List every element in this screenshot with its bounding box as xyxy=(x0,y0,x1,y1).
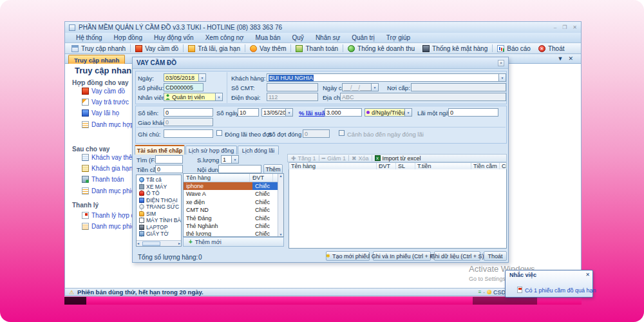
toolbar-quick-access[interactable]: Truy cập nhanh xyxy=(68,45,129,52)
list-row-selected[interactable]: iphoneChiếc xyxy=(184,182,283,190)
scroll-right-icon[interactable]: ► xyxy=(178,242,181,245)
menu-mua-ban[interactable]: Mua bán xyxy=(250,34,287,41)
minimize-button[interactable]: – xyxy=(554,24,556,30)
quantity-combobox[interactable]: 1▼ xyxy=(221,155,239,164)
scrollbar-thumb[interactable] xyxy=(142,242,160,246)
chevron-down-icon[interactable]: ▼ xyxy=(198,74,205,81)
toolbar-report[interactable]: Báo cáo xyxy=(493,45,535,52)
interest-due-alert-checkbox[interactable] xyxy=(339,130,345,136)
toolbar-pawn-loan[interactable]: Vay cầm đồ xyxy=(131,45,182,52)
tree-item-all[interactable]: Tất cả xyxy=(137,176,181,184)
vertical-scrollbar[interactable]: ▲▼ xyxy=(278,174,283,236)
address-field[interactable]: ABC xyxy=(340,93,506,101)
staff-combobox[interactable]: Quản trị viên▼ xyxy=(164,93,223,101)
id-number-field[interactable] xyxy=(267,83,318,91)
taskbar-app-segment[interactable] xyxy=(473,297,537,305)
list-row[interactable]: Wave AChiếc xyxy=(184,190,283,198)
menu-quy[interactable]: Quỹ xyxy=(287,34,310,41)
daily-interest-field[interactable]: 0 xyxy=(448,108,498,117)
dialog-close-icon[interactable]: ✕ xyxy=(498,60,504,66)
tree-item-laptop[interactable]: LAPTOP xyxy=(137,224,181,231)
toolbar-payment[interactable]: Thanh toán xyxy=(292,45,342,52)
sidebar-item-vay-lai-ho[interactable]: Vay lãi họ xyxy=(82,109,119,117)
menu-hop-dong[interactable]: Hợp đồng xyxy=(108,34,148,41)
grid-column-t-tien[interactable]: T.tiền xyxy=(415,163,471,169)
days-field[interactable]: 10 xyxy=(238,108,259,117)
column-ten-hang[interactable]: Tên hàng xyxy=(184,174,250,182)
taskbar[interactable] xyxy=(64,296,582,305)
save-print-button[interactable]: Ghi và In phiếu (Ctrl + P) xyxy=(373,251,431,261)
chevron-down-icon[interactable]: ▼ xyxy=(231,156,238,163)
sidebar-item-thanh-toan[interactable]: Thanh toán xyxy=(82,176,124,183)
grid-column-dvt[interactable]: ĐVT xyxy=(377,163,396,169)
scroll-up-icon[interactable]: ▲ xyxy=(279,174,283,178)
give-customer-field[interactable]: 0 xyxy=(164,118,213,126)
delete-button[interactable]: ✖Xóa xyxy=(352,155,369,162)
sidebar-item-khach-vay-them[interactable]: Khách vay thêm xyxy=(82,154,138,161)
tree-item-xe-may[interactable]: XE MÁY xyxy=(137,184,181,191)
scroll-down-icon[interactable]: ▼ xyxy=(279,232,283,236)
add-new-bar[interactable]: + Thêm mới xyxy=(183,237,284,247)
due-date-combobox[interactable]: 13/05/2018▼ xyxy=(261,108,293,117)
interest-unit-combobox[interactable]: d/Ngày/Triệu▼ xyxy=(365,108,412,117)
tree-item-may-tinh-ban[interactable]: MÁY TÍNH BÀN xyxy=(137,217,181,224)
grid-column-ten-hang[interactable]: Tên hàng xyxy=(289,163,377,169)
toolbar-revenue-stats[interactable]: Thống kê doanh thu xyxy=(344,45,419,52)
menu-quan-tri[interactable]: Quản trị xyxy=(346,34,381,41)
create-new-ticket-button[interactable]: ✱Tạo mới phiếu xyxy=(326,251,370,261)
menu-xem-cong-no[interactable]: Xem công nợ xyxy=(200,34,250,41)
toolbar-loan-more[interactable]: Vay thêm xyxy=(246,45,290,52)
tab-close-icon[interactable]: ✕ xyxy=(568,55,573,62)
note-field[interactable] xyxy=(164,129,213,138)
find-field[interactable] xyxy=(155,155,183,164)
chevron-down-icon[interactable]: ▼ xyxy=(215,93,222,100)
grid-column-chi-tiet[interactable]: Chi tiết xyxy=(500,163,506,169)
import-excel-button[interactable]: XImport từ excel xyxy=(375,155,421,162)
toolbar-pay-interest[interactable]: Trả lãi, gia hạn xyxy=(184,45,244,52)
grid-column-tien-cam[interactable]: Tiền cầm xyxy=(471,163,500,169)
horizontal-scrollbar[interactable]: ◄► xyxy=(137,240,181,246)
menu-he-thong[interactable]: Hệ thống xyxy=(70,34,108,41)
list-row[interactable]: Thẻ NghànhChiếc xyxy=(184,222,283,230)
category-tree[interactable]: Tất cả XE MÁY Ô TÔ ĐIỆN THOẠI TRANG SỨC … xyxy=(136,175,182,247)
close-icon[interactable]: ✕ xyxy=(585,272,590,278)
amount-field[interactable]: 0 xyxy=(164,108,213,117)
toolbar-item-stats[interactable]: Thống kê mặt hàng xyxy=(419,45,491,52)
date-combobox[interactable]: 03/05/2018▼ xyxy=(164,73,206,82)
tab-list-dropdown-icon[interactable]: ▼ xyxy=(558,55,564,62)
interest-rate-field[interactable]: 3.000 xyxy=(325,108,362,117)
decrease-one-button[interactable]: ━Giảm 1 xyxy=(322,155,346,162)
tab-tai-san-the-chap[interactable]: Tài sản thế chấp xyxy=(135,145,185,155)
column-dvt[interactable]: ĐVT xyxy=(250,174,273,182)
chevron-down-icon[interactable]: ▼ xyxy=(371,84,378,91)
issue-date-combobox[interactable]: __/__/____▼ xyxy=(342,83,379,91)
item-list-header[interactable]: Tên hàng ĐVT xyxy=(184,174,283,182)
increase-one-button[interactable]: ✚Tăng 1 xyxy=(291,155,316,162)
tab-lich-dong-lai[interactable]: Lịch đóng lãi xyxy=(238,146,279,155)
tree-item-o-to[interactable]: Ô TÔ xyxy=(137,190,181,197)
grid-body[interactable] xyxy=(289,169,507,249)
content-field[interactable] xyxy=(218,165,261,173)
chevron-down-icon[interactable]: ▼ xyxy=(404,109,412,116)
tree-item-trang-suc[interactable]: TRANG SỨC xyxy=(137,204,181,211)
customer-combobox[interactable]: BUI HUU NGHIA▼ xyxy=(267,73,506,82)
reminder-message[interactable]: Có 1 phiếu cầm đồ quá hạn xyxy=(525,287,596,294)
close-button[interactable]: ✕ xyxy=(573,24,577,30)
exit-dialog-button[interactable]: Thoát xyxy=(484,251,507,261)
save-data-button[interactable]: Ghi dữ liệu (Ctrl + S) xyxy=(434,251,480,261)
period-count-field[interactable]: 0 xyxy=(303,129,330,138)
chevron-down-icon[interactable]: ▼ xyxy=(498,74,506,81)
pay-interest-by-period-checkbox[interactable] xyxy=(216,130,222,136)
tab-lich-su-hop-dong[interactable]: Lịch sử hợp đồng xyxy=(185,146,237,155)
list-row[interactable]: xe điệnChiếc xyxy=(184,198,283,206)
issue-place-field[interactable] xyxy=(411,83,506,91)
tab-truy-cap-nhanh[interactable]: Truy cập nhanh xyxy=(68,55,125,64)
tree-item-sim[interactable]: SIM xyxy=(137,211,181,218)
list-row[interactable]: CMT NDChiếc xyxy=(184,206,283,214)
toolbar-exit[interactable]: ✕Thoát xyxy=(535,45,569,52)
list-row[interactable]: Thẻ ĐảngChiếc xyxy=(184,214,283,222)
taskbar-start-segment[interactable] xyxy=(64,297,86,305)
menu-huy-dong-von[interactable]: Huy động vốn xyxy=(148,34,200,41)
sidebar-item-vay-cam-do[interactable]: Vay cầm đồ xyxy=(82,88,125,95)
phone-field[interactable]: 112 xyxy=(267,93,318,101)
